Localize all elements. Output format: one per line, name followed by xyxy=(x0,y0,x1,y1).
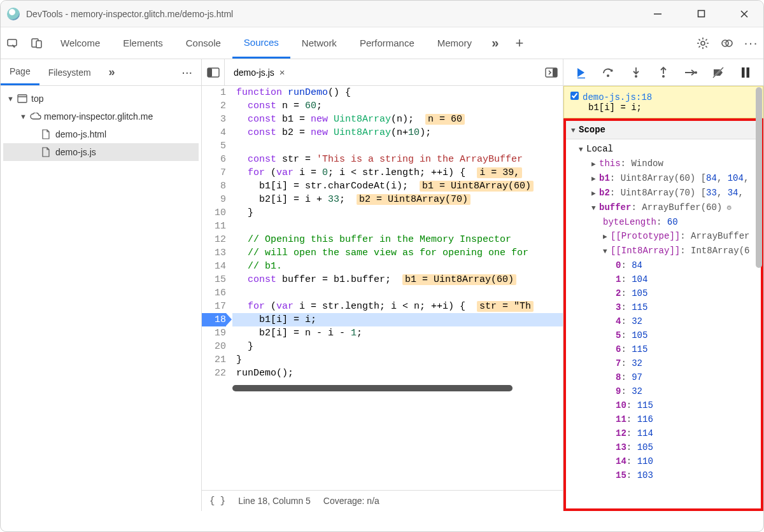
tab-elements[interactable]: Elements xyxy=(111,27,174,59)
tree-domain-label: memory-inspector.glitch.me xyxy=(44,111,153,122)
debugger-toolbar xyxy=(563,59,763,86)
file-tree: ▼ top ▼ memory-inspector.glitch.me demo-… xyxy=(1,86,201,165)
window-icon xyxy=(17,94,27,103)
step-button[interactable] xyxy=(681,63,700,82)
close-window-button[interactable] xyxy=(732,6,757,22)
app-icon xyxy=(7,8,20,20)
svg-point-18 xyxy=(724,42,725,43)
svg-point-27 xyxy=(607,74,609,77)
editor-statusbar: { } Line 18, Column 5 Coverage: n/a xyxy=(202,490,563,511)
pretty-print-button[interactable]: { } xyxy=(209,496,225,506)
tree-file-js[interactable]: demo-js.js xyxy=(3,143,199,161)
tab-sources[interactable]: Sources xyxy=(232,27,290,59)
tree-top-label: top xyxy=(31,94,43,104)
nav-tab-filesystem[interactable]: Filesystem xyxy=(39,59,100,85)
svg-point-7 xyxy=(701,41,705,45)
toggle-navigator-icon[interactable] xyxy=(202,59,225,85)
svg-line-14 xyxy=(705,39,707,40)
tab-console[interactable]: Console xyxy=(174,27,232,59)
nav-tab-page[interactable]: Page xyxy=(1,59,39,85)
svg-line-13 xyxy=(705,46,707,47)
scope-section: ▼Scope ▼Local▶this: Window▶b1: Uint8Arra… xyxy=(563,118,763,511)
settings-icon[interactable] xyxy=(691,31,715,55)
tree-file-js-label: demo-js.js xyxy=(55,147,96,157)
svg-point-33 xyxy=(695,71,697,74)
tree-file-html[interactable]: demo-js.html xyxy=(3,125,199,143)
toggle-debugger-icon[interactable] xyxy=(540,67,563,78)
svg-line-12 xyxy=(699,39,700,40)
cursor-position: Line 18, Column 5 xyxy=(238,496,311,506)
breakpoint-source[interactable]: demo-js.js:18 xyxy=(583,92,652,102)
new-tab-icon[interactable]: + xyxy=(507,31,532,55)
svg-point-17 xyxy=(726,40,732,46)
svg-rect-36 xyxy=(742,67,745,78)
step-out-button[interactable] xyxy=(654,63,673,82)
tab-network[interactable]: Network xyxy=(290,27,348,59)
kebab-menu-icon[interactable]: ··· xyxy=(739,31,763,55)
svg-rect-6 xyxy=(36,41,41,48)
inspect-icon[interactable] xyxy=(1,31,25,55)
svg-point-29 xyxy=(635,75,637,78)
breakpoint-checkbox[interactable] xyxy=(570,92,579,100)
svg-rect-37 xyxy=(747,67,750,78)
more-tabs-icon[interactable]: » xyxy=(483,31,507,55)
chevron-down-icon: ▼ xyxy=(7,95,13,102)
svg-point-19 xyxy=(726,42,727,43)
svg-rect-23 xyxy=(208,68,212,77)
vertical-scrollbar[interactable] xyxy=(756,87,762,268)
nav-kebab-icon[interactable]: ··· xyxy=(173,65,201,80)
horizontal-scrollbar[interactable] xyxy=(232,385,513,391)
editor-panel: demo-js.js × 123456789101112131415161718… xyxy=(202,59,563,511)
svg-point-31 xyxy=(662,75,665,78)
file-icon xyxy=(41,129,52,139)
debugger-panel: demo-js.js:18 b1[i] = i; ▼Scope ▼Local▶t… xyxy=(563,59,763,511)
navigator-panel: Page Filesystem » ··· ▼ top ▼ memory-ins… xyxy=(1,59,202,511)
step-over-button[interactable] xyxy=(599,63,618,82)
breakpoint-line: b1[i] = i; xyxy=(570,102,756,113)
tab-performance[interactable]: Performance xyxy=(348,27,426,59)
file-icon xyxy=(41,147,52,157)
coverage-status: Coverage: n/a xyxy=(323,496,379,506)
editor-file-tab[interactable]: demo-js.js × xyxy=(225,59,294,85)
nav-more-icon[interactable]: » xyxy=(100,59,124,85)
line-gutter: 12345678910111213141516171819202122 xyxy=(202,86,232,380)
deactivate-breakpoints-button[interactable] xyxy=(709,63,728,82)
maximize-button[interactable] xyxy=(688,6,714,22)
step-into-button[interactable] xyxy=(626,63,646,82)
window-title: DevTools - memory-inspector.glitch.me/de… xyxy=(26,9,233,19)
device-toggle-icon[interactable] xyxy=(25,31,49,55)
svg-rect-20 xyxy=(18,95,27,102)
code-area[interactable]: 12345678910111213141516171819202122 func… xyxy=(202,86,563,490)
tree-top[interactable]: ▼ top xyxy=(3,90,199,108)
source-code[interactable]: function runDemo() { const n = 60; const… xyxy=(232,86,563,380)
main-tabs: Welcome Elements Console Sources Network… xyxy=(1,27,763,59)
editor-file-tab-label: demo-js.js xyxy=(234,67,274,78)
chevron-down-icon: ▼ xyxy=(20,113,26,120)
feedback-icon[interactable] xyxy=(715,31,739,55)
tree-domain[interactable]: ▼ memory-inspector.glitch.me xyxy=(3,108,199,125)
scope-header[interactable]: ▼Scope xyxy=(566,121,761,139)
pause-exceptions-button[interactable] xyxy=(736,63,755,82)
svg-rect-4 xyxy=(8,39,17,46)
tab-welcome[interactable]: Welcome xyxy=(49,27,111,59)
window-titlebar: DevTools - memory-inspector.glitch.me/de… xyxy=(1,1,763,27)
svg-line-15 xyxy=(699,46,700,47)
tree-file-html-label: demo-js.html xyxy=(55,129,106,139)
cloud-icon xyxy=(30,113,40,120)
tab-memory[interactable]: Memory xyxy=(426,27,483,59)
svg-rect-25 xyxy=(553,68,557,77)
window-controls xyxy=(645,6,757,22)
minimize-button[interactable] xyxy=(645,6,670,22)
close-tab-icon[interactable]: × xyxy=(279,67,285,78)
resume-button[interactable] xyxy=(572,63,591,82)
paused-breakpoint-callout: demo-js.js:18 b1[i] = i; xyxy=(563,86,763,118)
svg-rect-1 xyxy=(698,11,704,17)
